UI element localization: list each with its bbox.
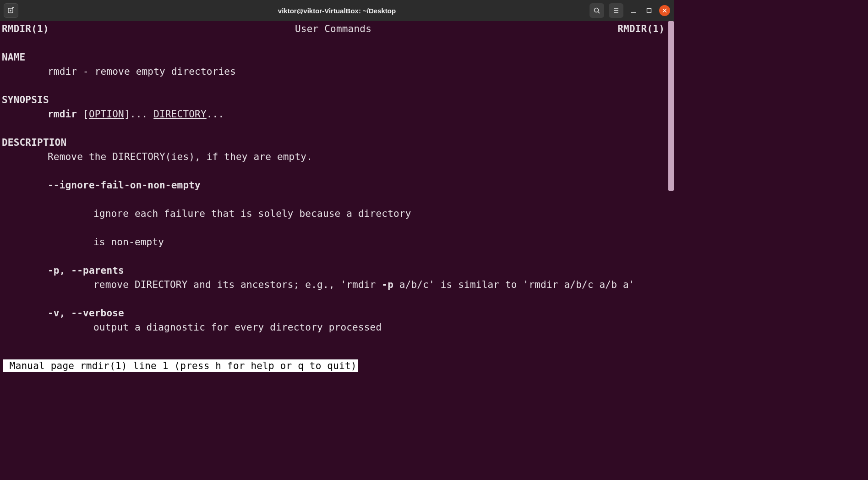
search-icon (593, 7, 601, 14)
close-button[interactable] (659, 5, 670, 16)
name-line: rmdir - remove empty directories (2, 65, 674, 79)
maximize-button[interactable] (644, 5, 655, 16)
synopsis-mid: ]... (124, 109, 153, 120)
blank-line (2, 193, 674, 207)
svg-rect-11 (647, 9, 651, 13)
synopsis-line: rmdir [OPTION]... DIRECTORY... (2, 107, 674, 121)
close-icon (662, 8, 667, 13)
option-ignore-fail-desc2: is non-empty (2, 235, 674, 249)
option-parents-desc-post: a/b/c' is similar to 'rmdir a/b/c a/b a' (393, 279, 635, 290)
window-titlebar: viktor@viktor-VirtualBox: ~/Desktop (0, 0, 674, 21)
hamburger-icon (612, 7, 620, 14)
hamburger-menu-button[interactable] (609, 3, 623, 18)
option-ignore-fail-desc1: ignore each failure that is solely becau… (2, 207, 674, 221)
new-tab-icon (7, 7, 15, 14)
section-synopsis: SYNOPSIS (2, 93, 674, 107)
svg-line-6 (598, 12, 600, 14)
man-header-right: RMDIR(1) (617, 22, 665, 36)
synopsis-cmd: rmdir (48, 109, 77, 120)
svg-point-5 (595, 8, 599, 12)
search-button[interactable] (590, 3, 604, 18)
option-ignore-fail: --ignore-fail-on-non-empty (2, 178, 674, 193)
synopsis-open: [ (77, 109, 89, 120)
minimize-button[interactable] (628, 5, 639, 16)
terminal-viewport[interactable]: RMDIR(1) User Commands RMDIR(1) NAME rmd… (0, 21, 674, 372)
titlebar-right-controls (590, 3, 670, 18)
option-parents-flag: -p (382, 279, 393, 290)
minimize-icon (631, 8, 636, 13)
man-page-header: RMDIR(1) User Commands RMDIR(1) (2, 22, 674, 36)
new-tab-button[interactable] (4, 3, 18, 18)
synopsis-end: ... (207, 109, 224, 120)
window-title: viktor@viktor-VirtualBox: ~/Desktop (0, 7, 674, 15)
section-description: DESCRIPTION (2, 136, 674, 150)
option-verbose-desc: output a diagnostic for every directory … (2, 320, 674, 335)
maximize-icon (646, 8, 652, 13)
titlebar-left-controls (4, 3, 21, 18)
option-verbose: -v, --verbose (2, 306, 674, 320)
blank-line (2, 221, 674, 235)
option-parents-desc-pre: remove DIRECTORY and its ancestors; e.g.… (93, 279, 382, 290)
man-status-line: Manual page rmdir(1) line 1 (press h for… (3, 359, 358, 372)
synopsis-directory: DIRECTORY (153, 109, 207, 120)
man-header-left: RMDIR(1) (2, 22, 49, 36)
man-header-center: User Commands (295, 22, 371, 36)
description-line: Remove the DIRECTORY(ies), if they are e… (2, 150, 674, 164)
synopsis-option: OPTION (89, 109, 124, 120)
option-parents: -p, --parents (2, 264, 674, 278)
option-parents-desc: remove DIRECTORY and its ancestors; e.g.… (2, 278, 674, 292)
section-name: NAME (2, 50, 674, 65)
